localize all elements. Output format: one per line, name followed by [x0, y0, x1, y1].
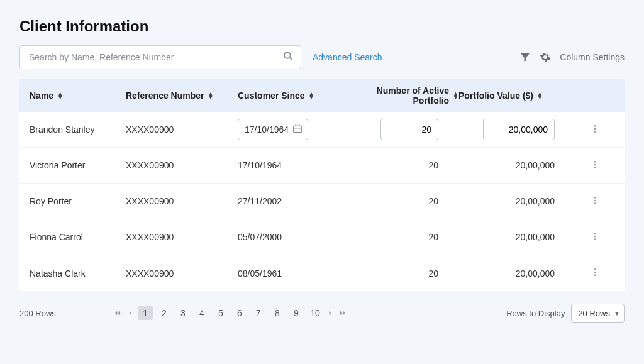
svg-point-16	[594, 235, 596, 237]
svg-point-10	[594, 163, 596, 165]
column-header-reference[interactable]: Reference Number ▲▼	[126, 91, 238, 101]
client-table: Name ▲▼ Reference Number ▲▼ Customer Sin…	[19, 79, 625, 291]
cell-portfolio-value: 20,00,000	[458, 232, 575, 242]
table-row: Brandon StanleyXXXX0090017/10/1964	[19, 112, 625, 148]
cell-reference: XXXX00900	[126, 124, 238, 135]
rows-to-display: Rows to Display 20 Rows ▼	[506, 304, 625, 323]
pager-prev-icon[interactable]	[126, 309, 134, 317]
row-actions-button[interactable]	[575, 160, 600, 172]
cell-since: 05/07/2000	[238, 232, 339, 242]
svg-point-7	[594, 128, 596, 130]
portfolio-value-input[interactable]	[483, 119, 555, 140]
rows-select-value: 20 Rows	[578, 309, 610, 318]
pager-page[interactable]: 5	[213, 306, 228, 320]
svg-point-12	[594, 197, 596, 199]
cell-name: Brandon Stanley	[30, 124, 126, 135]
pager-page[interactable]: 2	[157, 306, 172, 320]
row-actions-button[interactable]	[575, 267, 600, 279]
column-header-name[interactable]: Name ▲▼	[30, 91, 126, 101]
column-header-name-label: Name	[30, 91, 53, 101]
cell-reference: XXXX00900	[126, 196, 238, 206]
table-footer: 200 Rows 12345678910 Rows to Display 20 …	[19, 304, 625, 323]
search-field	[19, 45, 301, 69]
cell-portfolio-value	[458, 119, 575, 140]
toolbar-right: Column Settings	[519, 52, 625, 63]
rows-to-display-label: Rows to Display	[506, 309, 565, 318]
cell-name: Natasha Clark	[30, 268, 126, 279]
column-header-since-label: Customer Since	[238, 91, 305, 101]
column-settings-label[interactable]: Column Settings	[560, 52, 625, 62]
pager: 12345678910	[113, 306, 348, 320]
portfolio-count-input[interactable]	[380, 119, 438, 140]
rows-select[interactable]: 20 Rows ▼	[571, 304, 625, 323]
svg-point-9	[594, 161, 596, 163]
table-row: Roy PorterXXXX0090027/11/20022020,00,000	[19, 184, 625, 219]
search-icon[interactable]	[282, 50, 294, 64]
svg-point-15	[594, 233, 596, 234]
pager-first-icon[interactable]	[113, 309, 123, 317]
cell-portfolio-count: 20	[339, 160, 458, 170]
cell-reference: XXXX00900	[126, 268, 238, 279]
more-vertical-icon	[590, 124, 600, 134]
gear-icon[interactable]	[540, 52, 551, 63]
svg-point-13	[594, 199, 596, 201]
column-header-portfolio-count-label: Number of Active Portfolio	[339, 85, 449, 106]
cell-reference: XXXX00900	[126, 160, 238, 170]
column-header-portfolio-value[interactable]: Portfolio Value ($) ▲▼	[458, 91, 575, 101]
pager-page[interactable]: 7	[251, 306, 266, 320]
svg-point-8	[594, 131, 596, 133]
pager-page[interactable]: 3	[175, 306, 191, 320]
cell-portfolio-value: 20,00,000	[458, 160, 575, 170]
cell-since: 27/11/2002	[238, 196, 339, 206]
cell-name: Fionna Carrol	[30, 232, 126, 242]
pager-next-icon[interactable]	[326, 309, 334, 317]
cell-portfolio-count	[339, 119, 458, 140]
pager-page[interactable]: 1	[138, 306, 153, 320]
row-actions-button[interactable]	[575, 124, 600, 136]
table-row: Natasha ClarkXXXX0090008/05/19612020,00,…	[19, 255, 625, 291]
row-actions-button[interactable]	[575, 196, 600, 207]
advanced-search-link[interactable]: Advanced Search	[313, 52, 382, 62]
pager-page[interactable]: 10	[308, 306, 323, 320]
cell-reference: XXXX00900	[126, 232, 238, 242]
row-actions-button[interactable]	[575, 231, 600, 243]
table-row: Fionna CarrolXXXX0090005/07/20002020,00,…	[19, 219, 625, 255]
more-vertical-icon	[590, 196, 600, 206]
pager-page[interactable]: 8	[270, 306, 285, 320]
column-header-reference-label: Reference Number	[126, 91, 204, 101]
cell-since: 17/10/1964	[238, 119, 339, 140]
sort-icon: ▲▼	[453, 92, 458, 99]
cell-since: 08/05/1961	[238, 268, 339, 279]
more-vertical-icon	[590, 231, 600, 241]
table-header: Name ▲▼ Reference Number ▲▼ Customer Sin…	[19, 79, 625, 112]
svg-point-0	[284, 52, 291, 58]
column-header-portfolio-count[interactable]: Number of Active Portfolio ▲▼	[339, 85, 458, 106]
column-header-since[interactable]: Customer Since ▲▼	[238, 91, 339, 101]
svg-rect-2	[294, 126, 301, 133]
cell-portfolio-count: 20	[339, 268, 458, 279]
svg-point-19	[594, 272, 596, 273]
svg-point-17	[594, 238, 596, 240]
more-vertical-icon	[590, 160, 600, 170]
cell-portfolio-value: 20,00,000	[458, 268, 575, 279]
cell-since: 17/10/1964	[238, 160, 339, 170]
pager-last-icon[interactable]	[338, 309, 348, 317]
filter-icon[interactable]	[519, 52, 531, 63]
svg-point-6	[594, 125, 596, 127]
pager-page[interactable]: 6	[232, 306, 247, 320]
svg-line-1	[289, 57, 292, 60]
column-header-portfolio-value-label: Portfolio Value ($)	[458, 91, 533, 101]
cell-portfolio-value: 20,00,000	[458, 196, 575, 206]
pager-page[interactable]: 4	[194, 306, 209, 320]
cell-name: Roy Porter	[30, 196, 126, 206]
pager-page[interactable]: 9	[289, 306, 304, 320]
date-input[interactable]: 17/10/1964	[238, 119, 308, 140]
calendar-icon[interactable]	[292, 124, 303, 136]
cell-portfolio-count: 20	[339, 196, 458, 206]
toolbar: Advanced Search Column Settings	[19, 45, 625, 69]
svg-point-20	[594, 274, 596, 276]
chevron-down-icon: ▼	[614, 310, 620, 317]
sort-icon: ▲▼	[208, 92, 214, 99]
search-input[interactable]	[19, 45, 301, 69]
table-row: Victoria PorterXXXX0090017/10/19642020,0…	[19, 148, 625, 184]
